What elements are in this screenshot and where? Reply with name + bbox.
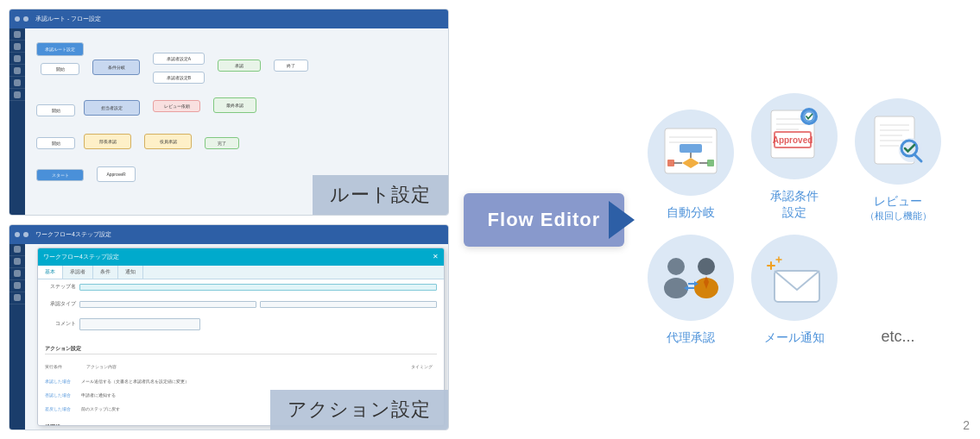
review-icon-circle xyxy=(855,98,941,185)
delegate-icon xyxy=(659,249,724,305)
auto-branch-label: 自動分岐 xyxy=(667,204,715,222)
action-setting-label: アクション設定 xyxy=(270,390,448,430)
feature-auto-branch: 自動分岐 xyxy=(648,110,734,222)
feature-mail: メール通知 xyxy=(751,235,838,347)
right-panel: 自動分岐 Approved xyxy=(630,0,980,439)
route-setting-screenshot: 承認ルート - フロー設定 承認ルート設定 開始 xyxy=(9,9,449,216)
feature-approval-condition: Approved 承認条件設定 xyxy=(751,93,838,222)
features-row-1: 自動分岐 Approved xyxy=(648,93,963,222)
svg-rect-3 xyxy=(680,144,702,153)
svg-rect-9 xyxy=(707,160,714,166)
action-setting-screenshot: ワークフロー4ステップ設定 ワークフロー4ステップ設定 ✕ xyxy=(9,224,449,431)
svg-point-28 xyxy=(667,258,685,275)
svg-text:Approved: Approved xyxy=(773,135,813,145)
review-icon xyxy=(868,114,928,170)
mail-label: メール通知 xyxy=(764,329,825,347)
review-label: レビュー （根回し機能） xyxy=(865,193,932,221)
delegate-icon-circle xyxy=(648,235,734,321)
delegate-label: 代理承認 xyxy=(667,329,715,347)
feature-etc: etc... xyxy=(855,285,941,346)
page-number: 2 xyxy=(963,418,970,432)
mail-icon xyxy=(764,252,825,304)
approval-condition-label: 承認条件設定 xyxy=(770,188,819,222)
flow-editor-box: Flow Editor xyxy=(464,193,625,247)
approval-condition-icon: Approved xyxy=(764,108,825,164)
route-setting-label: ルート設定 xyxy=(313,175,448,215)
svg-rect-7 xyxy=(667,160,674,166)
svg-point-30 xyxy=(698,258,715,275)
mail-icon-circle xyxy=(751,235,838,321)
feature-review: レビュー （根回し機能） xyxy=(855,98,941,221)
auto-branch-icon xyxy=(661,127,721,179)
left-panel: 承認ルート - フロー設定 承認ルート設定 開始 xyxy=(0,0,458,439)
auto-branch-icon-circle xyxy=(648,110,734,196)
features-row-2: 代理承認 xyxy=(648,235,963,347)
approval-condition-icon-circle: Approved xyxy=(751,93,838,179)
feature-delegate: 代理承認 xyxy=(648,235,734,347)
arrow-right-icon xyxy=(609,201,635,239)
etc-label: etc... xyxy=(881,328,914,346)
